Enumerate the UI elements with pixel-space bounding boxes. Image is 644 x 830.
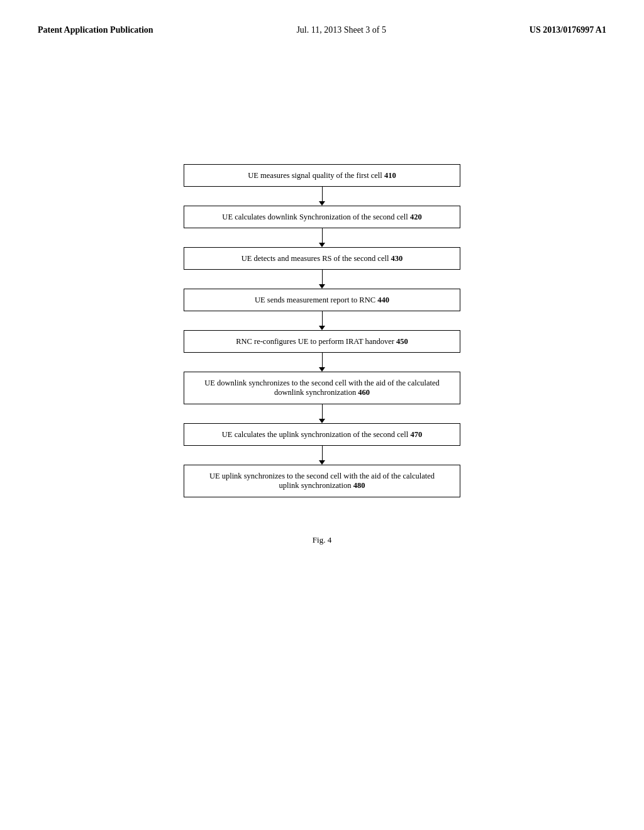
flow-box-440: UE sends measurement report to RNC 440	[184, 289, 460, 311]
arrow-head	[319, 284, 325, 289]
flow-box-470: UE calculates the uplink synchronization…	[184, 423, 460, 446]
flow-box-460-line1: UE downlink synchronizes to the second c…	[204, 379, 440, 388]
arrow-head	[319, 460, 325, 465]
arrow-head	[319, 326, 325, 330]
flow-box-430: UE detects and measures RS of the second…	[184, 247, 460, 270]
arrow-head	[319, 201, 325, 206]
flow-box-480-line2: uplink synchronization 480	[279, 481, 365, 490]
header-left-label: Patent Application Publication	[38, 25, 153, 35]
flow-box-450-text: RNC re-configures UE to perform IRAT han…	[236, 337, 408, 346]
flow-box-450: RNC re-configures UE to perform IRAT han…	[184, 330, 460, 353]
flow-box-480-line1: UE uplink synchronizes to the second cel…	[209, 472, 435, 481]
arrow-line	[322, 404, 323, 419]
figure-caption: Fig. 4	[38, 535, 606, 545]
arrow-line	[322, 353, 323, 367]
arrow-line	[322, 311, 323, 326]
arrow-line	[322, 446, 323, 460]
arrow-450-460	[319, 353, 325, 372]
arrow-470-480	[319, 446, 325, 465]
flow-box-460-line2: downlink synchronization 460	[274, 388, 370, 397]
flow-box-440-text: UE sends measurement report to RNC 440	[255, 296, 389, 305]
header-right-label: US 2013/0176997 A1	[530, 25, 606, 35]
arrow-head	[319, 419, 325, 423]
flow-box-470-text: UE calculates the uplink synchronization…	[222, 430, 422, 440]
flow-box-420: UE calculates downlink Synchronization o…	[184, 206, 460, 228]
flow-box-480: UE uplink synchronizes to the second cel…	[184, 465, 460, 497]
flow-box-430-text: UE detects and measures RS of the second…	[242, 254, 403, 263]
arrow-430-440	[319, 270, 325, 289]
arrow-line	[322, 228, 323, 243]
arrow-head	[319, 243, 325, 247]
arrow-440-450	[319, 311, 325, 330]
page: Patent Application Publication Jul. 11, …	[0, 0, 644, 830]
arrow-460-470	[319, 404, 325, 423]
arrow-head	[319, 367, 325, 372]
header-center-label: Jul. 11, 2013 Sheet 3 of 5	[296, 25, 386, 35]
arrow-410-420	[319, 187, 325, 206]
page-header: Patent Application Publication Jul. 11, …	[38, 25, 606, 38]
flow-box-420-text: UE calculates downlink Synchronization o…	[222, 213, 421, 222]
arrow-420-430	[319, 228, 325, 247]
flow-box-410: UE measures signal quality of the first …	[184, 164, 460, 187]
flow-box-410-text: UE measures signal quality of the first …	[248, 171, 396, 180]
flow-box-460: UE downlink synchronizes to the second c…	[184, 372, 460, 404]
flow-diagram: UE measures signal quality of the first …	[38, 164, 606, 497]
arrow-line	[322, 270, 323, 284]
arrow-line	[322, 187, 323, 201]
